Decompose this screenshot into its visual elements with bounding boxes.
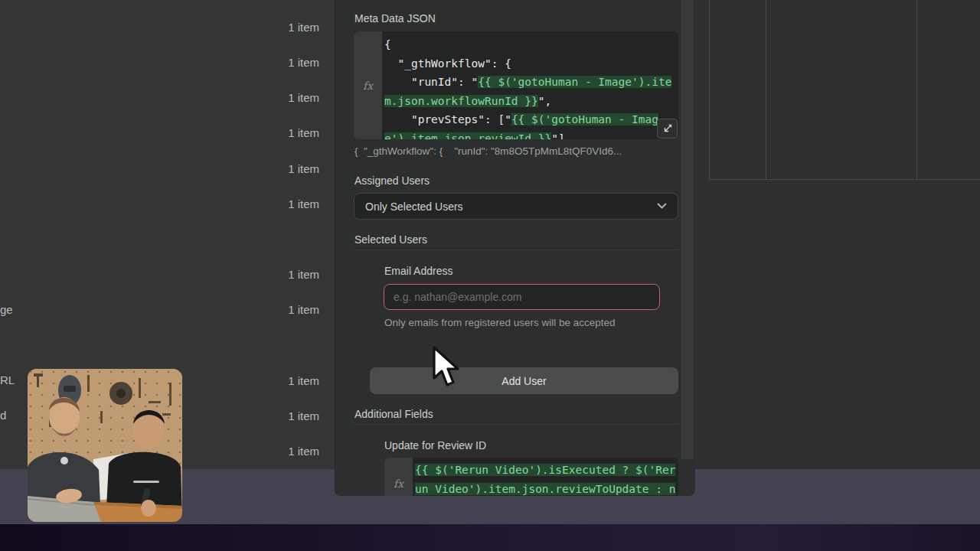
chevron-down-icon <box>657 203 667 210</box>
code-line: m.json.workflowRunId }}", <box>384 92 678 111</box>
input-item-count: 1 item <box>288 408 319 425</box>
input-item-count: 1 item <box>288 90 319 106</box>
input-item-count: 1 item <box>288 161 319 178</box>
input-item-count: 1 item <box>288 373 319 390</box>
selected-users-label: Selected Users <box>354 233 427 246</box>
assigned-users-select[interactable]: Only Selected Users <box>354 193 678 220</box>
code-segment: ", <box>538 95 551 107</box>
additional-fields-label: Additional Fields <box>354 408 433 420</box>
review-code-lines: {{ $('Rerun Video').isExecuted ? $('Reru… <box>415 461 678 496</box>
input-node-name-fragment: d <box>0 407 6 424</box>
code-segment: "] <box>551 132 564 140</box>
input-item-count: 1 item <box>288 266 319 283</box>
webcam-video-overlay[interactable] <box>28 369 182 522</box>
expression-segment: m.json.workflowRunId }} <box>384 95 538 107</box>
code-segment: "prevSteps": [" <box>384 113 511 126</box>
fx-expression-icon: fx <box>394 478 403 490</box>
expand-expression-button[interactable] <box>657 119 678 139</box>
expand-arrow-icon <box>662 124 672 134</box>
expression-segment: {{ $('gotoHuman - Imag <box>511 113 658 126</box>
assigned-users-value: Only Selected Users <box>365 201 463 213</box>
code-segment: "_gthWorkflow": { <box>384 57 511 70</box>
email-address-label: Email Address <box>384 265 452 277</box>
meta-data-json-editor[interactable]: fx { "_gthWorkflow": { "runId": "{{ $('g… <box>354 31 678 139</box>
video-frame <box>28 369 182 522</box>
table-grid-line <box>709 0 710 180</box>
code-line: "runId": "{{ $('gotoHuman - Image').ite <box>384 73 678 92</box>
code-line: un Video').item.json.reviewToUpdate : n <box>415 480 678 497</box>
table-grid-line <box>916 0 917 180</box>
expression-gutter: fx <box>354 31 382 139</box>
expression-segment: {{ $('gotoHuman - Image').ite <box>478 76 671 88</box>
code-line: e').item.json.reviewId }}"] <box>384 129 678 140</box>
input-item-count: 1 item <box>288 443 319 460</box>
section-divider <box>354 424 678 425</box>
output-panel <box>695 0 980 469</box>
parameters-panel: Meta Data JSON fx { "_gthWorkflow": { "r… <box>335 0 695 496</box>
code-segment: { <box>384 38 391 51</box>
input-item-count: 1 item <box>288 125 319 142</box>
section-divider <box>354 249 678 250</box>
review-id-editor[interactable]: fx {{ $('Rerun Video').isExecuted ? $('R… <box>384 458 678 496</box>
meta-code-lines: { "_gthWorkflow": { "runId": "{{ $('goto… <box>384 35 678 139</box>
n8n-node-details-view: I wish this node would... 1 item1 item1 … <box>0 0 980 551</box>
input-item-count: 1 item <box>288 54 319 71</box>
code-line: {{ $('Rerun Video').isExecuted ? $('Rer <box>415 461 678 480</box>
expression-segment: {{ $('Rerun Video').isExecuted ? $('Rer <box>415 464 675 476</box>
input-node-name-fragment: RL <box>0 372 15 389</box>
table-grid-line <box>709 179 980 180</box>
input-node-name-fragment: ge <box>0 302 13 318</box>
fx-expression-icon: fx <box>363 80 373 92</box>
input-item-count: 1 item <box>288 19 319 36</box>
code-segment: "runId": " <box>384 76 478 88</box>
email-address-input[interactable] <box>384 284 660 310</box>
assigned-users-label: Assigned Users <box>354 174 430 187</box>
code-line: { <box>384 35 678 54</box>
add-user-button[interactable]: Add User <box>370 367 678 394</box>
expression-preview: { "_gthWorkflow": { "runId": "8m8O5TpMmL… <box>354 145 679 157</box>
expression-segment: e').item.json.reviewId }} <box>384 132 551 140</box>
input-item-count: 1 item <box>288 302 319 318</box>
meta-data-json-label: Meta Data JSON <box>354 12 436 24</box>
page-background <box>0 524 980 551</box>
code-line: "_gthWorkflow": { <box>384 54 678 73</box>
panel-scroll-track[interactable] <box>681 0 694 459</box>
expression-gutter: fx <box>384 458 413 496</box>
code-line: "prevSteps": ["{{ $('gotoHuman - Imag <box>384 110 678 129</box>
expression-segment: un Video').item.json.reviewToUpdate : n <box>415 483 675 495</box>
email-helper-text: Only emails from registered users will b… <box>384 317 616 328</box>
input-item-count: 1 item <box>288 196 319 213</box>
update-for-review-id-label: Update for Review ID <box>384 439 486 452</box>
table-grid-line <box>766 0 766 180</box>
